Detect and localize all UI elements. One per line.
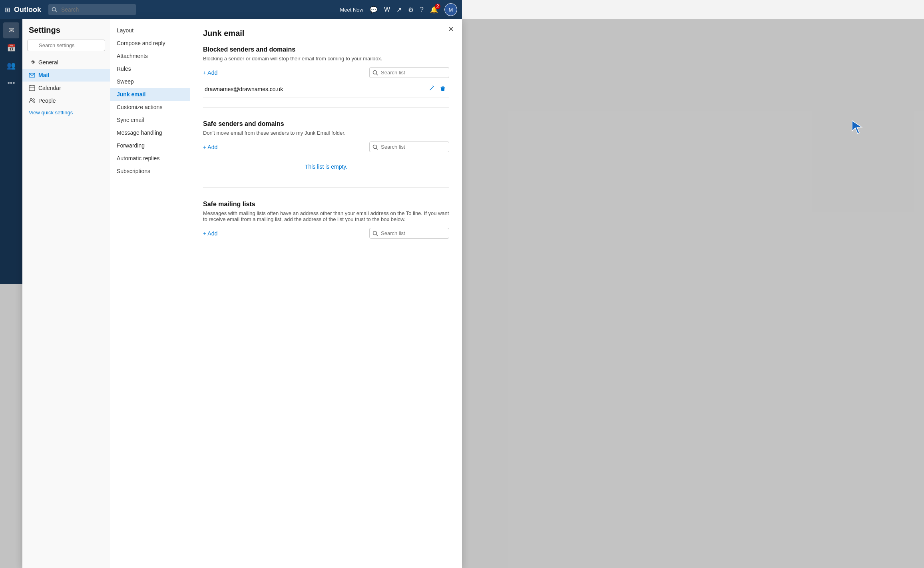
safe-add-link[interactable]: + Add <box>203 144 217 150</box>
delete-blocked-button[interactable] <box>438 84 448 95</box>
svg-point-9 <box>30 99 32 101</box>
global-search-input[interactable] <box>48 4 136 15</box>
settings-nav-mail[interactable]: Mail <box>22 69 110 82</box>
calendar-icon <box>29 85 35 91</box>
blocked-senders-section: Blocked senders and domains Blocking a s… <box>203 46 449 108</box>
safe-search-input[interactable] <box>369 142 449 152</box>
settings-content-title: Junk email <box>203 29 449 38</box>
submenu-subscriptions[interactable]: Subscriptions <box>110 165 190 177</box>
settings-submenu: Layout Compose and reply Attachments Rul… <box>110 19 190 284</box>
blocked-senders-title: Blocked senders and domains <box>203 46 449 53</box>
settings-nav-mail-label: Mail <box>38 72 49 78</box>
svg-line-12 <box>376 74 378 75</box>
safe-mailing-desc: Messages with mailing lists often have a… <box>203 210 449 222</box>
word-icon[interactable]: W <box>384 6 390 13</box>
people-icon <box>29 98 35 104</box>
submenu-rules[interactable]: Rules <box>110 62 190 75</box>
mailing-search-wrap <box>369 228 449 239</box>
user-avatar[interactable]: M <box>444 3 457 16</box>
mailing-search-input[interactable] <box>369 228 449 239</box>
top-bar-right: Meet Now 💬 W ↗ ⚙ ? 🔔 2 M <box>340 3 457 16</box>
settings-search-wrap <box>22 40 110 56</box>
safe-senders-title: Safe senders and domains <box>203 120 449 128</box>
settings-nav: Settings General Mail <box>22 19 110 284</box>
svg-point-10 <box>33 99 34 100</box>
svg-line-16 <box>376 148 378 149</box>
blocked-search-input[interactable] <box>369 67 449 78</box>
safe-mailing-title: Safe mailing lists <box>203 201 449 208</box>
settings-nav-calendar-label: Calendar <box>38 85 61 91</box>
svg-rect-13 <box>442 86 444 87</box>
submenu-sweep[interactable]: Sweep <box>110 75 190 88</box>
mailing-add-link[interactable]: + Add <box>203 230 217 237</box>
submenu-compose[interactable]: Compose and reply <box>110 37 190 50</box>
safe-search-icon <box>372 144 378 150</box>
safe-mailing-section: Safe mailing lists Messages with mailing… <box>203 201 449 245</box>
app-logo: Outlook <box>14 6 41 14</box>
svg-line-18 <box>376 234 378 236</box>
blocked-row-actions <box>427 84 448 95</box>
blocked-add-link[interactable]: + Add <box>203 70 217 76</box>
settings-title: Settings <box>22 26 110 40</box>
blocked-email-address: drawnames@drawnames.co.uk <box>205 86 424 92</box>
settings-panel: Settings General Mail <box>22 19 462 284</box>
svg-rect-14 <box>440 87 445 88</box>
blocked-add-row: + Add <box>203 67 449 78</box>
submenu-junk[interactable]: Junk email <box>110 88 190 101</box>
submenu-attachments[interactable]: Attachments <box>110 50 190 62</box>
share-icon[interactable]: ↗ <box>396 6 402 14</box>
safe-senders-desc: Don't move email from these senders to m… <box>203 130 449 136</box>
svg-point-11 <box>373 70 377 74</box>
settings-close-button[interactable]: ✕ <box>446 24 456 34</box>
grid-icon[interactable]: ⊞ <box>5 6 10 14</box>
safe-search-wrap <box>369 142 449 152</box>
submenu-auto-replies[interactable]: Automatic replies <box>110 152 190 165</box>
settings-icon[interactable]: ⚙ <box>408 6 414 14</box>
mailing-search-icon <box>372 231 378 236</box>
blocked-search-icon <box>372 70 378 76</box>
mail-icon <box>29 72 35 78</box>
gear-icon <box>29 59 35 66</box>
notification-count: 2 <box>435 4 440 9</box>
search-wrap <box>48 4 176 15</box>
settings-content: ✕ Junk email Blocked senders and domains… <box>190 19 462 284</box>
top-bar: ⊞ Outlook Meet Now 💬 W ↗ ⚙ ? 🔔 2 M <box>0 0 462 19</box>
safe-senders-empty: This list is empty. <box>203 155 449 178</box>
edit-blocked-button[interactable] <box>427 84 436 95</box>
settings-nav-people-label: People <box>38 98 56 104</box>
settings-search-input[interactable] <box>27 40 105 51</box>
meet-now-label[interactable]: Meet Now <box>340 7 363 13</box>
svg-point-17 <box>373 231 377 235</box>
submenu-layout[interactable]: Layout <box>110 24 190 37</box>
safe-senders-section: Safe senders and domains Don't move emai… <box>203 120 449 188</box>
settings-nav-calendar[interactable]: Calendar <box>22 82 110 94</box>
svg-point-15 <box>373 145 377 148</box>
settings-nav-general-label: General <box>38 59 58 66</box>
settings-quick-settings-link[interactable]: View quick settings <box>22 107 110 118</box>
settings-search-container <box>27 40 105 51</box>
mailing-add-row: + Add <box>203 228 449 239</box>
settings-nav-people[interactable]: People <box>22 94 110 107</box>
settings-nav-general[interactable]: General <box>22 56 110 69</box>
notification-badge[interactable]: 🔔 2 <box>430 6 438 14</box>
blocked-email-row: drawnames@drawnames.co.uk <box>203 81 449 98</box>
submenu-customize[interactable]: Customize actions <box>110 101 190 114</box>
submenu-message-handling[interactable]: Message handling <box>110 126 190 139</box>
submenu-forwarding[interactable]: Forwarding <box>110 139 190 152</box>
help-icon[interactable]: ? <box>420 6 424 13</box>
submenu-sync[interactable]: Sync email <box>110 114 190 126</box>
blocked-search-wrap <box>369 67 449 78</box>
skype-icon[interactable]: 💬 <box>370 6 378 14</box>
safe-add-row: + Add <box>203 142 449 152</box>
svg-rect-5 <box>29 86 35 91</box>
blocked-senders-desc: Blocking a sender or domain will stop th… <box>203 56 449 62</box>
